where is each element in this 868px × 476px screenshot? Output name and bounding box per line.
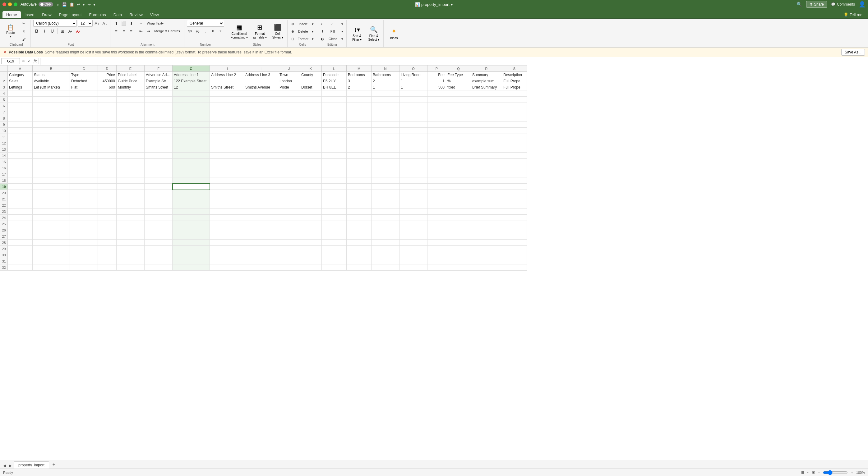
- cell-C21[interactable]: [70, 196, 98, 202]
- cell-E26[interactable]: [117, 227, 145, 233]
- clear-button[interactable]: ◐ Clear ▾: [319, 35, 344, 42]
- cell-H21[interactable]: [210, 196, 244, 202]
- cell-D12[interactable]: [98, 140, 117, 146]
- tab-review[interactable]: Review: [126, 11, 147, 18]
- col-header-o[interactable]: O: [400, 66, 428, 72]
- row-number-2[interactable]: 2: [0, 78, 8, 84]
- cell-N22[interactable]: [372, 202, 400, 209]
- tab-page-layout[interactable]: Page Layout: [55, 11, 86, 18]
- cell-G2[interactable]: 122 Example Street: [173, 78, 210, 84]
- undo-dropdown-icon[interactable]: ▾: [83, 2, 85, 7]
- cell-G8[interactable]: [173, 115, 210, 122]
- col-header-s[interactable]: S: [502, 66, 527, 72]
- zoom-slider[interactable]: [823, 470, 848, 475]
- cell-P7[interactable]: [428, 109, 446, 115]
- cell-F10[interactable]: [145, 128, 173, 134]
- cell-D3[interactable]: 600: [98, 84, 117, 90]
- cell-G20[interactable]: [173, 190, 210, 196]
- cell-B26[interactable]: [33, 227, 70, 233]
- cell-F20[interactable]: [145, 190, 173, 196]
- cell-I23[interactable]: [244, 209, 278, 215]
- cell-F19[interactable]: [145, 184, 173, 190]
- col-header-f[interactable]: F: [145, 66, 173, 72]
- cell-E17[interactable]: [117, 171, 145, 178]
- format-as-table-button[interactable]: ⊞ Formatas Table ▾: [251, 21, 269, 42]
- cell-P32[interactable]: [428, 264, 446, 271]
- cell-J13[interactable]: [278, 146, 300, 153]
- cell-G10[interactable]: [173, 128, 210, 134]
- cell-B10[interactable]: [33, 128, 70, 134]
- page-layout-view-button[interactable]: ▪: [807, 471, 809, 474]
- cell-P8[interactable]: [428, 115, 446, 122]
- row-number-23[interactable]: 23: [0, 209, 8, 215]
- row-number-5[interactable]: 5: [0, 97, 8, 103]
- cell-B30[interactable]: [33, 252, 70, 258]
- cell-L1[interactable]: Postcode: [322, 72, 347, 78]
- cell-K3[interactable]: Dorset: [300, 84, 322, 90]
- cell-Q27[interactable]: [446, 233, 471, 240]
- font-size-decrease-button[interactable]: A↓: [101, 20, 108, 27]
- cell-A19[interactable]: [8, 184, 33, 190]
- cell-A8[interactable]: [8, 115, 33, 122]
- cell-D9[interactable]: [98, 122, 117, 128]
- cell-N15[interactable]: [372, 159, 400, 165]
- cell-O28[interactable]: [400, 240, 428, 246]
- cell-F6[interactable]: [145, 103, 173, 109]
- cell-C10[interactable]: [70, 128, 98, 134]
- cell-B13[interactable]: [33, 146, 70, 153]
- cell-O30[interactable]: [400, 252, 428, 258]
- cell-Q11[interactable]: [446, 134, 471, 140]
- cell-K25[interactable]: [300, 221, 322, 227]
- align-top-button[interactable]: ⬆: [113, 20, 120, 27]
- row-number-20[interactable]: 20: [0, 190, 8, 196]
- cell-P9[interactable]: [428, 122, 446, 128]
- sort-filter-button[interactable]: ↕▾ Sort &Filter ▾: [349, 23, 365, 44]
- cell-B25[interactable]: [33, 221, 70, 227]
- cell-E20[interactable]: [117, 190, 145, 196]
- cell-F13[interactable]: [145, 146, 173, 153]
- cell-R16[interactable]: [471, 165, 502, 171]
- cell-K13[interactable]: [300, 146, 322, 153]
- cell-E8[interactable]: [117, 115, 145, 122]
- cell-S14[interactable]: [502, 153, 527, 159]
- tab-home[interactable]: Home: [2, 11, 21, 18]
- cell-L15[interactable]: [322, 159, 347, 165]
- cell-B9[interactable]: [33, 122, 70, 128]
- cell-M20[interactable]: [347, 190, 372, 196]
- cell-O16[interactable]: [400, 165, 428, 171]
- cell-Q25[interactable]: [446, 221, 471, 227]
- cell-F7[interactable]: [145, 109, 173, 115]
- align-left-button[interactable]: ≡: [113, 28, 120, 34]
- tab-insert[interactable]: Insert: [21, 11, 38, 18]
- cell-Q19[interactable]: [446, 184, 471, 190]
- cell-R2[interactable]: example summary: [471, 78, 502, 84]
- cell-D11[interactable]: [98, 134, 117, 140]
- cell-L29[interactable]: [322, 246, 347, 252]
- cell-F29[interactable]: [145, 246, 173, 252]
- cell-Q6[interactable]: [446, 103, 471, 109]
- cell-F18[interactable]: [145, 178, 173, 184]
- col-header-l[interactable]: L: [322, 66, 347, 72]
- cell-K17[interactable]: [300, 171, 322, 178]
- cell-F25[interactable]: [145, 221, 173, 227]
- comments-button[interactable]: 💬 Comments: [831, 2, 855, 6]
- cell-G21[interactable]: [173, 196, 210, 202]
- cell-M26[interactable]: [347, 227, 372, 233]
- row-number-26[interactable]: 26: [0, 227, 8, 233]
- cell-L21[interactable]: [322, 196, 347, 202]
- cell-D14[interactable]: [98, 153, 117, 159]
- customize-icon[interactable]: ▾: [93, 2, 95, 7]
- cell-G25[interactable]: [173, 221, 210, 227]
- cell-R21[interactable]: [471, 196, 502, 202]
- cell-F4[interactable]: [145, 90, 173, 97]
- cell-I8[interactable]: [244, 115, 278, 122]
- cell-N13[interactable]: [372, 146, 400, 153]
- cell-H15[interactable]: [210, 159, 244, 165]
- cell-F15[interactable]: [145, 159, 173, 165]
- cell-K26[interactable]: [300, 227, 322, 233]
- cell-styles-button[interactable]: ⬛ CellStyles ▾: [270, 21, 285, 42]
- cell-A1[interactable]: Category: [8, 72, 33, 78]
- cell-L11[interactable]: [322, 134, 347, 140]
- cell-L24[interactable]: [322, 215, 347, 221]
- cell-K19[interactable]: [300, 184, 322, 190]
